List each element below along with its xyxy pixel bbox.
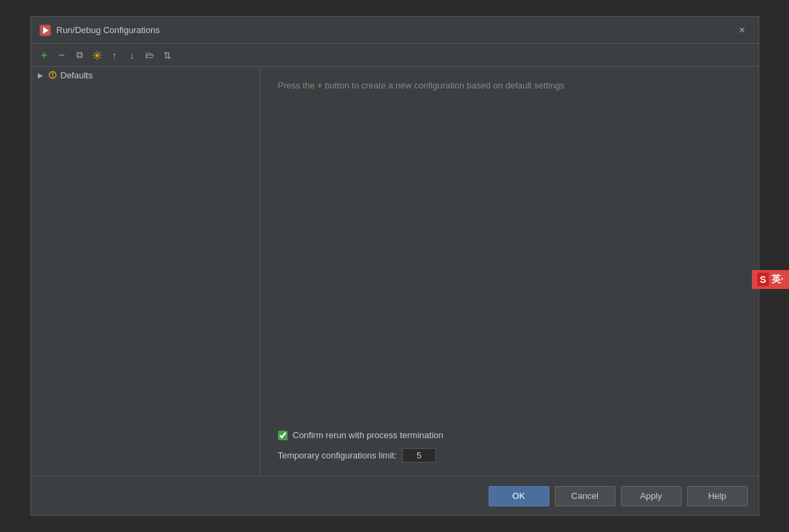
close-button[interactable]: × — [734, 22, 751, 38]
svg-point-2 — [95, 53, 99, 57]
watermark: S 英· — [752, 270, 789, 289]
tree-item-defaults[interactable]: ▶ Defaults — [31, 67, 260, 83]
move-up-button[interactable]: ↑ — [107, 47, 123, 63]
cancel-button[interactable]: Cancel — [555, 486, 616, 506]
defaults-label: Defaults — [61, 70, 93, 80]
defaults-icon — [47, 70, 58, 80]
left-panel: ▶ Defaults — [31, 67, 261, 476]
dialog-icon — [39, 24, 51, 36]
confirm-rerun-label: Confirm rerun with process termination — [293, 430, 443, 440]
remove-button[interactable]: − — [54, 47, 70, 63]
folder-button[interactable]: 🗁 — [142, 47, 158, 63]
hint-text: Press the + button to create a new confi… — [278, 80, 745, 90]
toolbar: + − ⧉ ↑ ↓ 🗁 ⇅ — [31, 44, 759, 67]
help-button[interactable]: Help — [687, 486, 748, 506]
settings-button[interactable] — [89, 47, 105, 63]
confirm-rerun-row: Confirm rerun with process termination — [278, 430, 745, 440]
move-down-button[interactable]: ↓ — [124, 47, 140, 63]
temp-limit-input[interactable] — [402, 448, 436, 462]
tree-arrow-defaults: ▶ — [36, 71, 45, 79]
dialog: Run/Debug Configurations × + − ⧉ ↑ — [30, 16, 759, 516]
temp-limit-label: Temporary configurations limit: — [278, 450, 397, 460]
add-button[interactable]: + — [36, 47, 53, 63]
apply-button[interactable]: Apply — [621, 486, 682, 506]
right-panel: Press the + button to create a new confi… — [265, 67, 759, 476]
ok-button[interactable]: OK — [489, 486, 549, 506]
copy-button[interactable]: ⧉ — [72, 47, 88, 63]
bottom-options: Confirm rerun with process termination T… — [278, 430, 745, 462]
dialog-title: Run/Debug Configurations — [57, 25, 734, 35]
footer: OK Cancel Apply Help — [31, 476, 759, 515]
spacer — [278, 104, 745, 430]
hint-plus-icon: + — [317, 80, 323, 90]
overlay: Run/Debug Configurations × + − ⧉ ↑ — [0, 0, 789, 532]
temp-limit-row: Temporary configurations limit: — [278, 448, 745, 462]
title-bar: Run/Debug Configurations × — [31, 17, 759, 44]
content-area: ▶ Defaults ⋮ Press the — [31, 67, 759, 476]
sort-button[interactable]: ⇅ — [159, 47, 175, 63]
confirm-rerun-checkbox[interactable] — [278, 431, 288, 440]
